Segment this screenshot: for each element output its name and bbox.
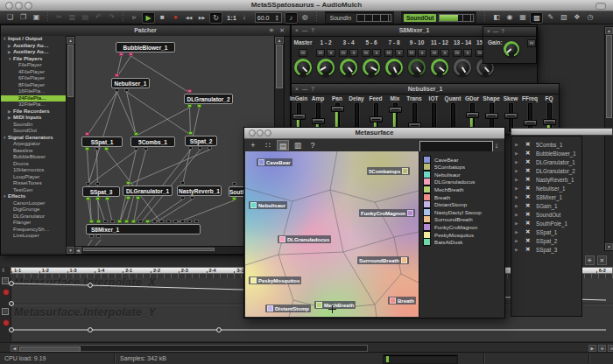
doc-list-item-sgain_1[interactable]: ▶✕SGain_1 bbox=[511, 201, 581, 210]
track-x-enable-checkbox[interactable]: ∷ bbox=[2, 277, 9, 284]
output-pin[interactable] bbox=[208, 146, 212, 150]
sound-out-meter[interactable]: SoundOut bbox=[401, 11, 476, 24]
snapshot-chip-cavebear[interactable]: CaveBear bbox=[257, 158, 292, 166]
slider-handle[interactable] bbox=[312, 118, 325, 124]
patch-node-dlgranulator_2[interactable]: DLGranulator_2 bbox=[184, 94, 233, 104]
mute-button[interactable]: m bbox=[430, 49, 439, 57]
contraptions-palette[interactable]: ▼Input / Output▶Auxiliary Au…▶Auxiliary … bbox=[1, 36, 67, 253]
expand-arrow-icon[interactable]: ▶ bbox=[515, 203, 518, 208]
output-pin[interactable] bbox=[144, 147, 148, 150]
remove-icon[interactable]: ✕ bbox=[525, 167, 530, 174]
mute-button[interactable]: m bbox=[407, 49, 416, 57]
scroll-thumb[interactable] bbox=[276, 45, 283, 88]
surface-cursor-crosshair[interactable] bbox=[328, 309, 336, 310]
output-pin[interactable] bbox=[198, 146, 202, 150]
palette-item-dlgranulator[interactable]: DLGranulator bbox=[1, 214, 66, 220]
output-pin[interactable] bbox=[96, 234, 101, 238]
loop-icon[interactable]: ↻ bbox=[209, 12, 222, 24]
legend-item-cavebear[interactable]: CaveBear bbox=[423, 156, 459, 163]
expand-arrow-icon[interactable]: ▶ bbox=[515, 142, 518, 147]
doc-list-item-soundout[interactable]: ▶✕SoundOut bbox=[511, 210, 581, 219]
input-pin[interactable] bbox=[187, 220, 192, 223]
palette-item-drums[interactable]: Drums bbox=[1, 161, 66, 168]
palette-item-effects[interactable]: ▼Effects bbox=[1, 193, 66, 200]
slider-handle[interactable] bbox=[485, 113, 498, 119]
gain-titlebar[interactable]: ×—? bbox=[483, 27, 536, 37]
palette-item-loopplayer[interactable]: LoopPlayer bbox=[1, 174, 66, 181]
scroll-up-arrow[interactable]: ▲ bbox=[275, 37, 284, 44]
output-pin[interactable] bbox=[95, 197, 100, 200]
minimize-traffic-light[interactable] bbox=[257, 130, 264, 136]
input-pin[interactable] bbox=[159, 220, 164, 223]
mute-button[interactable]: m bbox=[453, 49, 462, 57]
palette-item-signal-generators[interactable]: ▼Signal Generators bbox=[1, 135, 66, 142]
legend-item-funkycromagnon[interactable]: FunkyCroMagnon bbox=[423, 223, 477, 230]
output-pin[interactable] bbox=[124, 88, 129, 92]
speaker-icon[interactable]: ♪ bbox=[285, 12, 298, 24]
palette-item-flanger[interactable]: Flanger bbox=[1, 220, 66, 227]
go-to-start-icon[interactable]: ◀◀ bbox=[183, 12, 194, 23]
input-pin[interactable] bbox=[89, 220, 94, 223]
network-icon[interactable]: ◍ bbox=[299, 12, 311, 23]
scroll-thumb[interactable] bbox=[67, 45, 74, 97]
output-pin[interactable] bbox=[95, 147, 99, 150]
input-pin[interactable] bbox=[187, 89, 192, 93]
close-traffic-light[interactable] bbox=[249, 130, 256, 136]
metasurface-titlebar[interactable]: Metasurface bbox=[244, 128, 504, 139]
input-pin[interactable] bbox=[126, 181, 130, 185]
input-pin[interactable] bbox=[173, 220, 178, 223]
zoom-traffic-light[interactable] bbox=[264, 130, 271, 136]
input-pin[interactable] bbox=[145, 220, 150, 223]
add-snapshot-icon[interactable]: + bbox=[247, 140, 259, 150]
expand-arrow-icon[interactable]: ▶ bbox=[515, 229, 518, 234]
palette-item-fileplayer[interactable]: FilePlayer bbox=[1, 62, 66, 69]
output-pin[interactable] bbox=[129, 52, 133, 56]
remove-icon[interactable]: ✕ bbox=[525, 220, 530, 227]
patcher-close-icon[interactable]: ✕ bbox=[279, 27, 286, 33]
expand-arrow-icon[interactable]: ▶ bbox=[515, 168, 518, 173]
palette-item-file-players[interactable]: ▼File Players bbox=[1, 56, 66, 63]
tempo-spinner[interactable]: 60.0▲▼ bbox=[255, 12, 282, 23]
properties-view-icon[interactable]: ▧ bbox=[558, 12, 569, 23]
input-pin[interactable] bbox=[96, 220, 101, 223]
legend-item-5combatops[interactable]: 5Combatops bbox=[423, 164, 465, 171]
solo-button[interactable]: s bbox=[440, 49, 449, 57]
snapshot-chip-breath[interactable]: Breath bbox=[388, 297, 416, 304]
slider-handle[interactable] bbox=[524, 120, 537, 126]
contraptions-view-icon[interactable]: ◉ bbox=[504, 12, 515, 23]
input-pin[interactable] bbox=[103, 220, 108, 223]
patch-node-bubbleblower_1[interactable]: BubbleBlower_1 bbox=[116, 42, 175, 52]
snapshot-chip-peskymosquitos[interactable]: PeskyMosquitos bbox=[249, 276, 301, 284]
output-pin[interactable] bbox=[86, 197, 90, 200]
slider-handle[interactable] bbox=[331, 106, 344, 112]
open-file-icon[interactable]: ❐ bbox=[18, 12, 29, 23]
remove-icon[interactable]: ✕ bbox=[525, 228, 530, 235]
expand-arrow-icon[interactable]: ▶ bbox=[515, 177, 518, 182]
zoom-in-icon[interactable]: ⊕ bbox=[598, 345, 606, 352]
patch-node-5combs_1[interactable]: 5Combs_1 bbox=[130, 136, 175, 147]
help-icon[interactable]: ? bbox=[311, 27, 318, 33]
palette-item-auxiliary-au-[interactable]: ▶Auxiliary Au… bbox=[1, 43, 66, 50]
legend-item-peskymosquitos[interactable]: PeskyMosquitos bbox=[423, 231, 474, 238]
input-pin[interactable] bbox=[131, 220, 136, 223]
automation-view-icon[interactable]: ✎ bbox=[545, 12, 556, 23]
output-pin[interactable] bbox=[136, 196, 140, 200]
zoom-ratio-label[interactable]: 1:1 bbox=[227, 14, 236, 22]
palette-item-midi-inputs[interactable]: ▶MIDI Inputs bbox=[1, 115, 66, 122]
input-pin[interactable] bbox=[180, 220, 185, 223]
legend-item-surroundbreath[interactable]: SurroundBreath bbox=[423, 216, 473, 223]
remove-icon[interactable]: ✕ bbox=[525, 246, 530, 253]
palette-item-4fileplayer[interactable]: 4FilePlayer bbox=[1, 69, 66, 76]
palette-item-livelooper[interactable]: LiveLooper bbox=[1, 233, 66, 240]
slider-handle[interactable] bbox=[504, 113, 518, 119]
help-icon[interactable]: ? bbox=[501, 28, 507, 34]
output-pin[interactable] bbox=[232, 197, 236, 200]
patch-node-sspat_1[interactable]: SSpat_1 bbox=[81, 136, 123, 147]
expand-arrow-icon[interactable]: ▶ bbox=[515, 150, 518, 156]
expand-arrow-icon[interactable]: ▶ bbox=[515, 212, 518, 217]
solo-button[interactable]: s bbox=[327, 49, 335, 57]
input-pin[interactable] bbox=[152, 220, 157, 223]
doc-list-item-dlgranulator_2[interactable]: ▶✕DLGranulator_2 bbox=[511, 166, 581, 175]
go-to-end-icon[interactable]: ▶▶ bbox=[196, 12, 208, 23]
scroll-thumb[interactable] bbox=[606, 35, 612, 118]
